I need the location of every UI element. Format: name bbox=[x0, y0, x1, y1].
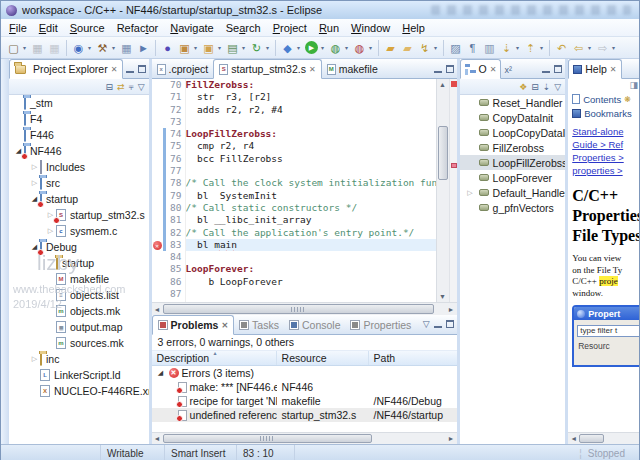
scroll-left-icon[interactable]: ◄ bbox=[152, 306, 163, 313]
editor-horizontal-scrollbar[interactable]: ◄ ► bbox=[152, 302, 457, 315]
editor-tab-startup-stm32-s[interactable]: Sstartup_stm32.s✕ bbox=[213, 59, 321, 79]
debug-button[interactable]: ◆▾ bbox=[279, 39, 303, 57]
tab-problems[interactable]: Problems✕ bbox=[152, 315, 235, 335]
dropdown-arrow-icon[interactable]: ▾ bbox=[192, 44, 199, 51]
save-button[interactable]: ▦ bbox=[29, 39, 46, 57]
tab-outline[interactable]: O ✕ bbox=[460, 59, 502, 79]
column-header-description[interactable]: Description▴ bbox=[152, 351, 277, 365]
scroll-right-icon[interactable]: ► bbox=[446, 435, 457, 442]
breadcrumb-link[interactable]: Stand-alone bbox=[572, 125, 639, 138]
open-web-browser-button[interactable]: ● bbox=[159, 39, 176, 57]
menu-navigate[interactable]: Navigate bbox=[164, 21, 219, 35]
menu-file[interactable]: File bbox=[3, 21, 33, 35]
close-icon[interactable]: ✕ bbox=[221, 321, 228, 330]
dropdown-arrow-icon[interactable]: ▾ bbox=[110, 44, 117, 51]
outline-item-reset_handler[interactable]: Reset_Handler bbox=[460, 95, 566, 110]
tree-item-startup[interactable]: startup bbox=[9, 255, 149, 271]
scrollbar-thumb[interactable] bbox=[579, 434, 604, 443]
scroll-up-icon[interactable]: ▲ bbox=[437, 79, 449, 90]
menu-project[interactable]: Project bbox=[267, 21, 313, 35]
breadcrumb-link[interactable]: Guide > Ref bbox=[572, 138, 639, 151]
tree-item-startup-stm32-s[interactable]: ▷Sstartup_stm32.s bbox=[9, 207, 149, 223]
menu-help[interactable]: Help bbox=[396, 21, 431, 35]
open-resource-button[interactable]: ▰ bbox=[399, 39, 416, 57]
tab-console[interactable]: Console bbox=[284, 316, 346, 334]
run-external-tools-button[interactable]: ◍▾ bbox=[327, 39, 351, 57]
skip-all-breakpoints-button[interactable]: ◉▾ bbox=[70, 39, 94, 57]
scroll-right-icon[interactable]: ► bbox=[446, 306, 457, 313]
expanded-arrow-icon[interactable]: ◢ bbox=[156, 369, 166, 377]
build-all-button[interactable]: ▦ bbox=[118, 39, 135, 57]
text-editor[interactable]: 70717273747576777879808182✕8384858687 Fi… bbox=[152, 79, 457, 302]
outline-item-g_pfnvectors[interactable]: g_pfnVectors bbox=[460, 200, 566, 215]
column-header-path[interactable]: Path bbox=[369, 351, 457, 365]
dropdown-arrow-icon[interactable]: ▾ bbox=[240, 44, 247, 51]
tab-project-explorer[interactable]: Project Explorer ✕ bbox=[9, 59, 123, 79]
maximize-icon[interactable] bbox=[554, 65, 562, 73]
tree-item-sysmem-c[interactable]: ▷csysmem.c bbox=[9, 223, 149, 239]
minimize-icon[interactable] bbox=[126, 65, 134, 73]
view-menu-icon[interactable]: ▽ bbox=[554, 81, 561, 93]
problem-row[interactable]: undefined reference to `main'startup_stm… bbox=[152, 408, 457, 422]
tree-item-f446[interactable]: F446 bbox=[9, 127, 149, 143]
tree-item-sources-mk[interactable]: msources.mk bbox=[9, 335, 149, 351]
scrollbar-thumb[interactable] bbox=[163, 304, 435, 314]
close-icon[interactable]: ✕ bbox=[610, 65, 617, 74]
outline-item-copydatainit[interactable]: CopyDataInit bbox=[460, 110, 566, 125]
tree-item-startup[interactable]: ◢startup bbox=[9, 191, 149, 207]
scroll-left-icon[interactable]: ◄ bbox=[568, 435, 579, 443]
dropdown-arrow-icon[interactable]: ▾ bbox=[21, 44, 28, 51]
column-header-resource[interactable]: Resource bbox=[277, 351, 369, 365]
dropdown-arrow-icon[interactable]: ▾ bbox=[295, 44, 302, 51]
last-edit-location-button[interactable]: ↶ bbox=[553, 39, 570, 57]
new-wizard-button[interactable]: ▢▾ bbox=[5, 39, 29, 57]
breadcrumb-link[interactable]: Properties > bbox=[572, 151, 639, 164]
menu-search[interactable]: Search bbox=[220, 21, 267, 35]
tab-secondary-view[interactable]: x² bbox=[501, 62, 515, 78]
open-element-button[interactable]: ▰ bbox=[382, 39, 399, 57]
breadcrumb-link[interactable]: properties > bbox=[572, 164, 639, 177]
show-whitespace-button[interactable]: ¶ bbox=[464, 39, 481, 57]
dropdown-arrow-icon[interactable]: ▾ bbox=[264, 44, 271, 51]
menu-window[interactable]: Window bbox=[345, 21, 396, 35]
outline-item-fillzerobss[interactable]: FillZerobss bbox=[460, 140, 566, 155]
dropdown-arrow-icon[interactable]: ▾ bbox=[610, 44, 617, 51]
menu-source[interactable]: Source bbox=[64, 21, 111, 35]
tree-item-objects-mk[interactable]: mobjects.mk bbox=[9, 303, 149, 319]
scroll-down-icon[interactable]: ▼ bbox=[437, 291, 449, 302]
tree-item-src[interactable]: ▷src bbox=[9, 175, 149, 191]
dropdown-arrow-icon[interactable]: ▾ bbox=[367, 44, 374, 51]
close-icon[interactable]: ✕ bbox=[309, 65, 316, 74]
link-with-editor-icon[interactable]: ⇄ bbox=[117, 81, 125, 93]
outline-item-loopcopydatainit[interactable]: LoopCopyDataInit bbox=[460, 125, 566, 140]
collapsed-arrow-icon[interactable]: ▷ bbox=[45, 227, 56, 235]
build-button[interactable]: ⚒▾ bbox=[94, 39, 118, 57]
overview-ruler[interactable] bbox=[449, 79, 457, 302]
new-source-file-button[interactable]: ▤▾ bbox=[224, 39, 248, 57]
minimize-icon[interactable] bbox=[542, 65, 550, 73]
problem-row[interactable]: recipe for target 'NF446.elf' failedmake… bbox=[152, 394, 457, 408]
help-view-menu-icon[interactable]: ◨ bbox=[629, 80, 638, 92]
menu-run[interactable]: Run bbox=[313, 21, 345, 35]
editor-code[interactable]: FillZerobss: str r3, [r2] adds r2, r2, #… bbox=[186, 79, 436, 302]
refresh-index-button[interactable]: ↻▾ bbox=[248, 39, 272, 57]
collapsed-arrow-icon[interactable]: ▷ bbox=[29, 355, 40, 363]
editor-vertical-scrollbar[interactable]: ▲ ▼ bbox=[436, 79, 449, 302]
menu-edit[interactable]: Edit bbox=[33, 21, 64, 35]
tree-item-nucleo-f446re-xml[interactable]: XNUCLEO-F446RE.xml bbox=[9, 383, 149, 399]
search-button[interactable]: ↯▾ bbox=[416, 39, 440, 57]
scroll-left-icon[interactable]: ◄ bbox=[152, 435, 163, 442]
dropdown-arrow-icon[interactable]: ▾ bbox=[86, 44, 93, 51]
scrollbar-thumb[interactable] bbox=[438, 126, 448, 180]
toggle-mark-occurrences-button[interactable]: ▨ bbox=[447, 39, 464, 57]
tree-item-includes[interactable]: ▷Includes bbox=[9, 159, 149, 175]
link-icon[interactable]: ❖ bbox=[519, 81, 527, 93]
previous-annotation-button[interactable]: ⇡▾ bbox=[522, 39, 546, 57]
collapsed-arrow-icon[interactable]: ▷ bbox=[29, 163, 40, 171]
next-annotation-button[interactable]: ⇣▾ bbox=[498, 39, 522, 57]
dropdown-arrow-icon[interactable]: ▾ bbox=[538, 44, 545, 51]
outline-item-loopfillzerobss[interactable]: LoopFillZerobss bbox=[460, 155, 566, 170]
tab-tasks[interactable]: Tasks bbox=[234, 316, 284, 334]
help-bookmarks-link[interactable]: Bookmarks bbox=[572, 106, 639, 120]
maximize-icon[interactable] bbox=[446, 65, 454, 73]
